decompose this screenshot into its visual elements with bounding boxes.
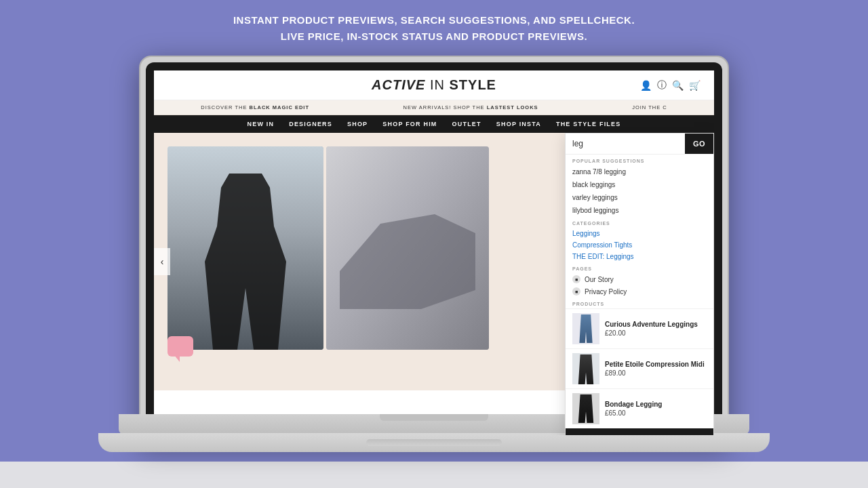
products-label: PRODUCTS: [566, 298, 713, 308]
hero-line1: INSTANT PRODUCT PREVIEWS, SEARCH SUGGEST…: [233, 12, 635, 28]
search-input[interactable]: [566, 134, 685, 154]
page-label-1: Our Story: [585, 276, 614, 283]
suggestion-2[interactable]: black leggings: [566, 178, 713, 191]
info-icon[interactable]: ⓘ: [657, 79, 667, 92]
suggestion-3[interactable]: varley leggings: [566, 191, 713, 204]
page-icon-1: ■: [572, 275, 580, 283]
page-item-1[interactable]: ■ Our Story: [566, 273, 713, 285]
nav-style-files[interactable]: THE STYLE FILES: [556, 121, 621, 127]
laptop-bezel: ACTIVE IN STYLE 👤 ⓘ 🔍 🛒 DISCOVER THE BLA…: [146, 62, 722, 435]
category-2[interactable]: Compression Tights: [566, 239, 713, 251]
product-thumb-1: [572, 313, 599, 344]
carousel-image-1: [167, 146, 323, 350]
suggestion-1[interactable]: zanna 7/8 legging: [566, 165, 713, 178]
promo-item-1[interactable]: DISCOVER THE BLACK MAGIC EDIT: [201, 104, 309, 110]
product-row-1[interactable]: Curious Adventure Leggings £20.00: [566, 308, 713, 348]
nav-shop[interactable]: SHOP: [347, 121, 368, 127]
laptop-mockup: ACTIVE IN STYLE 👤 ⓘ 🔍 🛒 DISCOVER THE BLA…: [139, 56, 729, 462]
pages-label: PAGES: [566, 262, 713, 273]
product-thumb-legging1: [578, 314, 594, 343]
product-thumb-legging3: [576, 394, 595, 423]
nav-bar: NEW IN DESIGNERS SHOP SHOP FOR HIM OUTLE…: [154, 115, 714, 133]
nav-shop-for-him[interactable]: SHOP FOR HIM: [382, 121, 437, 127]
promo-item-2[interactable]: NEW ARRIVALS! SHOP THE LASTEST LOOKS: [403, 104, 538, 110]
site-header: ACTIVE IN STYLE 👤 ⓘ 🔍 🛒: [154, 70, 714, 100]
page-label-2: Privacy Policy: [585, 288, 627, 296]
trackpad: [366, 439, 502, 446]
nav-designers[interactable]: DESIGNERS: [289, 121, 332, 127]
product-name-2: Petite Etoile Compression Midi: [605, 361, 705, 368]
user-icon[interactable]: 👤: [640, 80, 652, 91]
site-logo: ACTIVE IN STYLE: [372, 77, 496, 93]
suggestions-label: POPULAR SUGGESTIONS: [566, 155, 713, 165]
product-price-2: £89.00: [605, 369, 705, 377]
categories-label: CATEGORIES: [566, 217, 713, 228]
promo-bar: DISCOVER THE BLACK MAGIC EDIT NEW ARRIVA…: [154, 100, 714, 115]
header-icons: 👤 ⓘ 🔍 🛒: [640, 79, 701, 92]
product-thumb-legging2: [576, 354, 595, 384]
product-row-3[interactable]: Bondage Legging £65.00: [566, 388, 713, 428]
product-info-3: Bondage Legging £65.00: [605, 401, 662, 417]
product-info-2: Petite Etoile Compression Midi £89.00: [605, 361, 705, 377]
suggestion-4[interactable]: lilybod leggings: [566, 204, 713, 217]
product-name-3: Bondage Legging: [605, 401, 662, 408]
product-price-1: £20.00: [605, 329, 698, 337]
search-dropdown: GO POPULAR SUGGESTIONS zanna 7/8 legging…: [565, 133, 714, 435]
laptop-keyboard-base: [98, 433, 770, 452]
category-1[interactable]: Leggings: [566, 228, 713, 239]
laptop-frame: ACTIVE IN STYLE 👤 ⓘ 🔍 🛒 DISCOVER THE BLA…: [139, 56, 729, 442]
product-name-1: Curious Adventure Leggings: [605, 321, 698, 328]
page-item-2[interactable]: ■ Privacy Policy: [566, 285, 713, 298]
product-thumb-3: [572, 393, 599, 424]
nav-new-in[interactable]: NEW IN: [248, 121, 275, 127]
laptop-screen: ACTIVE IN STYLE 👤 ⓘ 🔍 🛒 DISCOVER THE BLA…: [154, 70, 714, 435]
logo-active: ACTIVE: [372, 77, 425, 92]
laptop-hinge-notch: [380, 414, 488, 421]
site-content: ‹: [154, 133, 714, 390]
page-bottom: [0, 462, 868, 488]
logo-in: IN: [425, 77, 449, 92]
page-icon-2: ■: [572, 287, 580, 296]
product-price-3: £65.00: [605, 409, 662, 417]
carousel-prev[interactable]: ‹: [154, 248, 170, 275]
nav-shop-insta[interactable]: SHOP INSTA: [496, 121, 541, 127]
product-thumb-2: [572, 353, 599, 384]
chat-bubble[interactable]: [167, 336, 193, 357]
nav-outlet[interactable]: OUTLET: [452, 121, 481, 127]
cart-icon[interactable]: 🛒: [689, 80, 701, 91]
search-input-row: GO: [566, 134, 713, 155]
logo-style: STYLE: [450, 77, 496, 92]
carousel-image-2: [326, 146, 489, 350]
product-info-1: Curious Adventure Leggings £20.00: [605, 321, 698, 337]
product-row-2[interactable]: Petite Etoile Compression Midi £89.00: [566, 348, 713, 388]
promo-item-3[interactable]: JOIN THE C: [632, 104, 667, 110]
hero-line2: LIVE PRICE, IN-STOCK STATUS AND PRODUCT …: [233, 28, 635, 45]
view-all-button[interactable]: VIEW ALL 136 ITEMS: [566, 428, 713, 435]
hero-banner: INSTANT PRODUCT PREVIEWS, SEARCH SUGGEST…: [220, 0, 648, 54]
category-3[interactable]: THE EDIT: Leggings: [566, 251, 713, 262]
search-icon[interactable]: 🔍: [672, 80, 684, 91]
search-go-button[interactable]: GO: [685, 134, 713, 154]
